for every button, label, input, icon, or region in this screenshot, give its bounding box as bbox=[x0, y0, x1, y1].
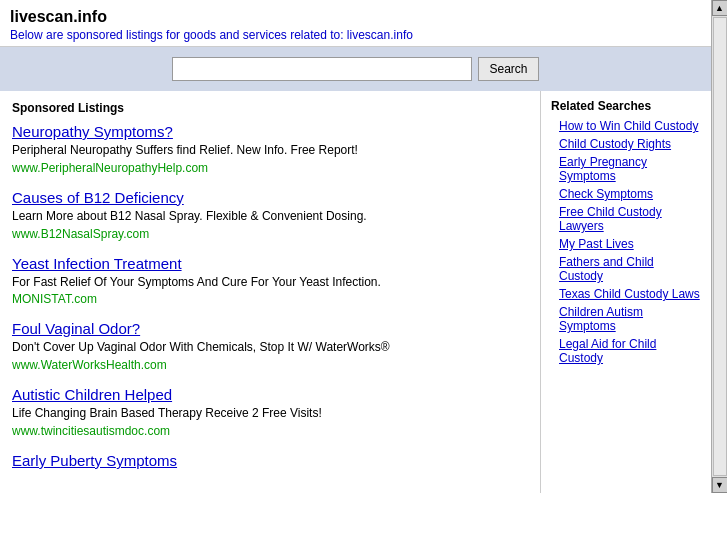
search-input[interactable] bbox=[172, 57, 472, 81]
ad-desc-2: Learn More about B12 Nasal Spray. Flexib… bbox=[12, 208, 528, 225]
ad-title-3[interactable]: Yeast Infection Treatment bbox=[12, 255, 528, 272]
related-link-9[interactable]: Legal Aid for Child Custody bbox=[551, 337, 701, 365]
scroll-track[interactable] bbox=[713, 17, 727, 476]
sponsored-item-3: Yeast Infection Treatment For Fast Relie… bbox=[12, 255, 528, 307]
ad-desc-4: Don't Cover Up Vaginal Odor With Chemica… bbox=[12, 339, 528, 356]
ad-title-5[interactable]: Autistic Children Helped bbox=[12, 386, 528, 403]
sponsored-label: Sponsored Listings bbox=[12, 101, 528, 115]
ad-desc-1: Peripheral Neuropathy Suffers find Relie… bbox=[12, 142, 528, 159]
scroll-down-arrow[interactable]: ▼ bbox=[712, 477, 728, 493]
ad-url-5: www.twincitiesautismdoc.com bbox=[12, 424, 528, 438]
related-link-5[interactable]: My Past Lives bbox=[551, 237, 701, 251]
related-link-4[interactable]: Free Child Custody Lawyers bbox=[551, 205, 701, 233]
ad-desc-5: Life Changing Brain Based Therapy Receiv… bbox=[12, 405, 528, 422]
sponsored-item-6: Early Puberty Symptoms bbox=[12, 452, 528, 469]
ad-url-4: www.WaterWorksHealth.com bbox=[12, 358, 528, 372]
related-link-1[interactable]: Child Custody Rights bbox=[551, 137, 701, 151]
scroll-up-arrow[interactable]: ▲ bbox=[712, 0, 728, 16]
ad-url-1: www.PeripheralNeuropathyHelp.com bbox=[12, 161, 528, 175]
ad-url-3: MONISTAT.com bbox=[12, 292, 528, 306]
ad-desc-3: For Fast Relief Of Your Symptoms And Cur… bbox=[12, 274, 528, 291]
related-link-7[interactable]: Texas Child Custody Laws bbox=[551, 287, 701, 301]
related-link-8[interactable]: Children Autism Symptoms bbox=[551, 305, 701, 333]
sponsored-item-1: Neuropathy Symptoms? Peripheral Neuropat… bbox=[12, 123, 528, 175]
related-link-6[interactable]: Fathers and Child Custody bbox=[551, 255, 701, 283]
site-subtitle: Below are sponsored listings for goods a… bbox=[10, 28, 701, 42]
related-link-0[interactable]: How to Win Child Custody bbox=[551, 119, 701, 133]
related-link-3[interactable]: Check Symptoms bbox=[551, 187, 701, 201]
ad-title-6[interactable]: Early Puberty Symptoms bbox=[12, 452, 528, 469]
sponsored-item-2: Causes of B12 Deficiency Learn More abou… bbox=[12, 189, 528, 241]
ad-title-4[interactable]: Foul Vaginal Odor? bbox=[12, 320, 528, 337]
search-button[interactable]: Search bbox=[478, 57, 538, 81]
related-link-2[interactable]: Early Pregnancy Symptoms bbox=[551, 155, 701, 183]
ad-title-2[interactable]: Causes of B12 Deficiency bbox=[12, 189, 528, 206]
site-title: livescan.info bbox=[10, 8, 701, 26]
ad-url-2: www.B12NasalSpray.com bbox=[12, 227, 528, 241]
related-label: Related Searches bbox=[551, 99, 701, 113]
sponsored-item-4: Foul Vaginal Odor? Don't Cover Up Vagina… bbox=[12, 320, 528, 372]
sponsored-item-5: Autistic Children Helped Life Changing B… bbox=[12, 386, 528, 438]
ad-title-1[interactable]: Neuropathy Symptoms? bbox=[12, 123, 528, 140]
